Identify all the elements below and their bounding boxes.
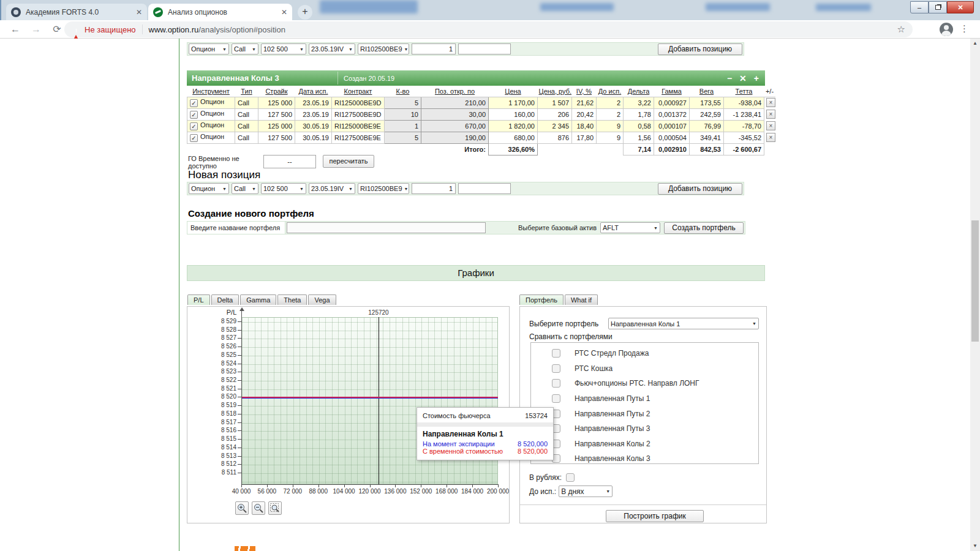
- page-scrollbar[interactable]: ▲ ▼: [970, 39, 980, 551]
- column-header[interactable]: Контракт: [332, 86, 385, 97]
- scroll-down-arrow[interactable]: ▼: [970, 541, 980, 551]
- instrument-select[interactable]: Опцион▼: [189, 43, 229, 54]
- column-header[interactable]: IV, %: [572, 86, 597, 97]
- quantity-cell[interactable]: 1: [385, 120, 421, 132]
- base-asset-select[interactable]: AFLT▼: [600, 222, 660, 233]
- option-type-select[interactable]: Call▼: [232, 183, 258, 194]
- scrollbar-thumb[interactable]: [971, 220, 979, 342]
- bookmark-star-icon[interactable]: ☆: [897, 24, 905, 35]
- background-window-artifact: [320, 0, 418, 13]
- go-value-input[interactable]: --: [263, 155, 316, 168]
- browser-chrome: Академия FORTS 4.0 ✕ Анализ опционов ✕ +…: [0, 0, 980, 39]
- row-enabled-checkbox[interactable]: ✓: [190, 122, 198, 130]
- open-price-cell[interactable]: 30,00: [421, 108, 489, 120]
- compare-portfolio-checkbox[interactable]: [552, 349, 560, 358]
- y-axis-arrow: [239, 307, 244, 311]
- open-price-cell[interactable]: 210,00: [421, 97, 489, 108]
- quantity-cell[interactable]: 5: [385, 97, 421, 108]
- row-enabled-checkbox[interactable]: ✓: [190, 134, 198, 142]
- browser-tab-options-analysis[interactable]: Анализ опционов ✕: [148, 4, 292, 20]
- tab-close-icon[interactable]: ✕: [136, 8, 142, 17]
- browser-tab-academy[interactable]: Академия FORTS 4.0 ✕: [6, 4, 147, 20]
- column-header[interactable]: +/-: [764, 86, 775, 97]
- column-header[interactable]: Цена: [489, 86, 538, 97]
- security-label[interactable]: Не защищено: [85, 25, 136, 34]
- column-header[interactable]: Вега: [690, 86, 724, 97]
- column-header[interactable]: Гамма: [654, 86, 690, 97]
- tab-gamma[interactable]: Gamma: [240, 294, 276, 305]
- quantity-cell[interactable]: 10: [385, 108, 421, 120]
- tab-what-if[interactable]: What if: [565, 294, 598, 305]
- zoom-out-button[interactable]: [252, 501, 265, 515]
- delete-row-button[interactable]: ×: [766, 110, 775, 119]
- recalculate-button[interactable]: пересчитать: [323, 155, 374, 168]
- address-bar[interactable]: ! Не защищено www.option.ru /analysis/op…: [64, 21, 913, 37]
- compare-portfolio-checkbox[interactable]: [552, 364, 560, 373]
- row-enabled-checkbox[interactable]: ✓: [190, 111, 198, 119]
- column-header[interactable]: Страйк: [258, 86, 295, 97]
- browser-menu-icon[interactable]: ⋮: [960, 23, 969, 34]
- scroll-up-arrow[interactable]: ▲: [970, 39, 980, 48]
- close-portfolio-icon[interactable]: ✕: [739, 73, 747, 83]
- forward-icon[interactable]: →: [31, 24, 42, 35]
- tab-close-icon[interactable]: ✕: [281, 8, 287, 17]
- instrument-select[interactable]: Опцион▼: [189, 183, 229, 194]
- zoom-in-button[interactable]: [235, 501, 249, 515]
- expiry-date-select[interactable]: 23.05.19IV▼: [309, 183, 355, 194]
- tab-vega[interactable]: Vega: [308, 294, 336, 305]
- tab-портфель[interactable]: Портфель: [519, 294, 564, 305]
- price-input[interactable]: [458, 43, 511, 54]
- back-icon[interactable]: ←: [10, 24, 21, 35]
- column-header[interactable]: Дельта: [624, 86, 654, 97]
- quantity-cell[interactable]: 5: [385, 132, 421, 143]
- column-header[interactable]: До исп.: [597, 86, 624, 97]
- open-price-cell[interactable]: 670,00: [421, 120, 489, 132]
- column-header[interactable]: Поз. откр. по: [421, 86, 489, 97]
- strike-cell: 127 500: [258, 108, 295, 120]
- add-position-button[interactable]: Добавить позицию: [658, 183, 742, 195]
- option-type-select[interactable]: Call▼: [232, 43, 258, 54]
- reload-icon[interactable]: ⟳: [51, 23, 62, 35]
- column-header[interactable]: Инструмент: [187, 86, 235, 97]
- open-price-cell[interactable]: 190,00: [421, 132, 489, 143]
- days-mode-select[interactable]: В днях▼: [559, 485, 612, 497]
- column-header[interactable]: К-во: [385, 86, 421, 97]
- delete-row-button[interactable]: ×: [766, 98, 775, 107]
- row-enabled-checkbox[interactable]: ✓: [190, 99, 198, 107]
- new-tab-button[interactable]: +: [298, 5, 312, 20]
- zoom-select-button[interactable]: [268, 501, 282, 515]
- in-rubles-checkbox[interactable]: [566, 473, 575, 482]
- window-restore-button[interactable]: [929, 1, 947, 13]
- delete-row-button[interactable]: ×: [766, 133, 775, 142]
- price-input[interactable]: [458, 183, 511, 194]
- compare-portfolio-checkbox[interactable]: [552, 394, 560, 403]
- column-header[interactable]: Дата исп.: [295, 86, 332, 97]
- quantity-input[interactable]: 1: [412, 43, 456, 54]
- tab-p-l[interactable]: P/L: [187, 294, 210, 305]
- add-portfolio-icon[interactable]: +: [754, 73, 759, 83]
- contract-select[interactable]: RI102500BE9▼: [358, 43, 409, 54]
- column-header[interactable]: Тип: [235, 86, 258, 97]
- expiry-date-select[interactable]: 23.05.19IV▼: [309, 43, 355, 54]
- window-minimize-button[interactable]: –: [910, 1, 929, 13]
- minimize-portfolio-icon[interactable]: −: [727, 73, 732, 83]
- portfolio-name-input[interactable]: [287, 222, 486, 233]
- strike-select[interactable]: 102 500▼: [261, 183, 306, 194]
- add-position-button[interactable]: Добавить позицию: [658, 43, 742, 55]
- create-portfolio-button[interactable]: Создать портфель: [664, 222, 744, 234]
- delete-row-button[interactable]: ×: [766, 121, 775, 130]
- strike-select[interactable]: 102 500▼: [261, 43, 306, 54]
- portfolio-select[interactable]: Направленная Колы 1▼: [608, 318, 759, 329]
- column-header[interactable]: Тетта: [724, 86, 764, 97]
- profile-avatar-icon[interactable]: [940, 23, 953, 36]
- column-header[interactable]: Цена, руб.: [538, 86, 572, 97]
- tab-title: Анализ опционов: [168, 8, 277, 17]
- window-close-button[interactable]: ✕: [947, 1, 974, 13]
- quantity-input[interactable]: 1: [412, 183, 456, 194]
- tab-theta[interactable]: Theta: [277, 294, 307, 305]
- tab-title: Академия FORTS 4.0: [26, 8, 132, 17]
- tab-delta[interactable]: Delta: [211, 294, 239, 305]
- contract-select[interactable]: RI102500BE9▼: [358, 183, 409, 194]
- compare-portfolio-checkbox[interactable]: [552, 379, 560, 388]
- build-chart-button[interactable]: Построить график: [606, 510, 704, 522]
